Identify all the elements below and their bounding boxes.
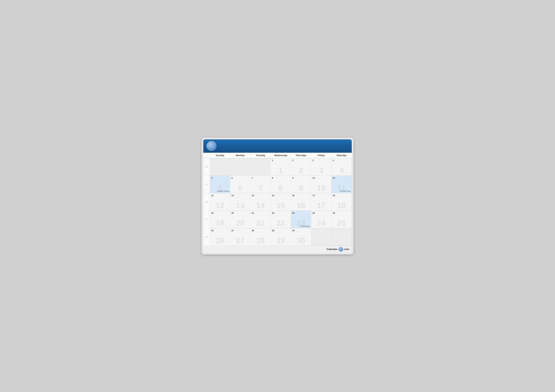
cal-week-45: 4555Daylight Saving6677889910101111Veter…: [203, 176, 352, 193]
dow-cell-thursday: Thursday: [291, 153, 311, 158]
day-event: Thanksgiving: [300, 225, 310, 227]
calendar-header: [203, 139, 352, 153]
cal-week-48: 4826262727282829293030: [203, 228, 352, 246]
day-watermark: 25: [331, 219, 352, 227]
cal-week-47: 4719192020212122222323Thanksgiving242425…: [203, 211, 352, 228]
day-cell-30[interactable]: 3030: [291, 228, 311, 246]
logo-circle: [206, 141, 217, 151]
day-cell-1[interactable]: 11: [271, 158, 291, 175]
day-watermark: 20: [230, 219, 250, 227]
cal-week-46: 461212131314141515161617171818: [203, 193, 352, 211]
day-cell-15[interactable]: 1515: [271, 193, 291, 211]
day-watermark: 28: [250, 237, 270, 244]
day-cell-empty-0-1[interactable]: [230, 158, 250, 175]
day-number: 9: [292, 177, 310, 179]
day-watermark: 6: [230, 184, 250, 192]
day-number: 26: [211, 229, 229, 232]
day-cell-27[interactable]: 2727: [230, 228, 250, 246]
day-number: 18: [333, 194, 351, 197]
dow-cell-friday: Friday: [311, 153, 331, 158]
day-cell-9[interactable]: 99: [291, 176, 311, 193]
day-watermark: 26: [210, 237, 230, 244]
day-cell-13[interactable]: 1313: [230, 193, 250, 211]
calendar-grid: 44112233444555Daylight Saving66778899101…: [203, 158, 352, 246]
days-of-week-row: SundayMondayTuesdayWednesdayThursdayFrid…: [203, 153, 352, 158]
week-number-46: 46: [203, 193, 210, 211]
footer-calendar-text: Calendar-: [327, 248, 338, 251]
day-number: 12: [211, 194, 229, 197]
day-cell-4[interactable]: 44: [331, 158, 352, 175]
day-number: 3: [313, 159, 330, 162]
day-cell-29[interactable]: 2929: [271, 228, 291, 246]
day-cell-20[interactable]: 2020: [230, 211, 250, 228]
day-number: 1: [272, 159, 290, 162]
day-cell-empty-0-2[interactable]: [250, 158, 271, 175]
day-number: 28: [252, 229, 269, 232]
dow-cell-saturday: Saturday: [331, 153, 352, 158]
day-cell-5[interactable]: 55Daylight Saving: [210, 176, 230, 193]
day-number: 13: [232, 194, 249, 197]
day-cell-25[interactable]: 2525: [331, 211, 352, 228]
day-cell-8[interactable]: 88: [271, 176, 291, 193]
day-cell-23[interactable]: 2323Thanksgiving: [291, 211, 311, 228]
day-watermark: 27: [230, 237, 250, 244]
day-cell-3[interactable]: 33: [311, 158, 331, 175]
day-number: 7: [252, 177, 269, 179]
day-number: 24: [313, 212, 330, 214]
day-cell-12[interactable]: 1212: [210, 193, 230, 211]
day-number: 30: [292, 229, 310, 232]
day-cell-24[interactable]: 2424: [311, 211, 331, 228]
day-watermark: 29: [271, 237, 291, 244]
day-watermark: 3: [311, 167, 331, 174]
day-cell-7[interactable]: 77: [250, 176, 271, 193]
day-watermark: 18: [331, 202, 352, 209]
day-cell-6[interactable]: 66: [230, 176, 250, 193]
day-watermark: 14: [250, 202, 270, 209]
day-number: 4: [333, 159, 351, 162]
week-number-44: 44: [203, 158, 210, 175]
day-cell-11[interactable]: 1111Veterans' Day: [331, 176, 352, 193]
day-cell-22[interactable]: 2222: [271, 211, 291, 228]
day-number: 22: [272, 212, 290, 214]
footer-right: Calendar- .com: [327, 247, 349, 251]
day-watermark: 24: [311, 219, 331, 227]
day-watermark: 8: [271, 184, 291, 192]
day-event: Veterans' Day: [340, 190, 351, 192]
day-watermark: 2: [291, 167, 311, 174]
day-cell-26[interactable]: 2626: [210, 228, 230, 246]
day-number: 15: [272, 194, 290, 197]
week-number-45: 45: [203, 176, 210, 193]
dow-cell-monday: Monday: [230, 153, 250, 158]
day-number: 23: [292, 212, 310, 214]
day-cell-21[interactable]: 2121: [250, 211, 271, 228]
day-cell-16[interactable]: 1616: [291, 193, 311, 211]
dow-cell-wednesday: Wednesday: [271, 153, 291, 158]
day-cell-18[interactable]: 1818: [331, 193, 352, 211]
day-watermark: 1: [271, 167, 291, 174]
day-cell-28[interactable]: 2828: [250, 228, 271, 246]
calendar-footer: Calendar- .com: [203, 246, 352, 253]
day-cell-10[interactable]: 1010: [311, 176, 331, 193]
day-cell-19[interactable]: 1919: [210, 211, 230, 228]
day-watermark: 17: [311, 202, 331, 209]
page-wrapper: SundayMondayTuesdayWednesdayThursdayFrid…: [202, 138, 353, 255]
footer-365-badge: [339, 247, 343, 251]
day-cell-2[interactable]: 22: [291, 158, 311, 175]
day-number: 5: [211, 177, 229, 179]
day-number: 20: [232, 212, 249, 214]
day-watermark: 4: [331, 167, 352, 174]
day-watermark: 19: [210, 219, 230, 227]
day-number: 16: [292, 194, 310, 197]
day-number: 10: [313, 177, 330, 179]
day-cell-17[interactable]: 1717: [311, 193, 331, 211]
day-cell-empty-4-5[interactable]: [311, 228, 331, 246]
calendar-container: SundayMondayTuesdayWednesdayThursdayFrid…: [203, 139, 352, 253]
day-number: 29: [272, 229, 290, 232]
day-cell-empty-4-6[interactable]: [331, 228, 352, 246]
day-cell-14[interactable]: 1414: [250, 193, 271, 211]
day-cell-empty-0-0[interactable]: [210, 158, 230, 175]
week-number-47: 47: [203, 211, 210, 228]
day-number: 8: [272, 177, 290, 179]
day-number: 11: [333, 177, 351, 179]
day-watermark: 10: [311, 184, 331, 192]
